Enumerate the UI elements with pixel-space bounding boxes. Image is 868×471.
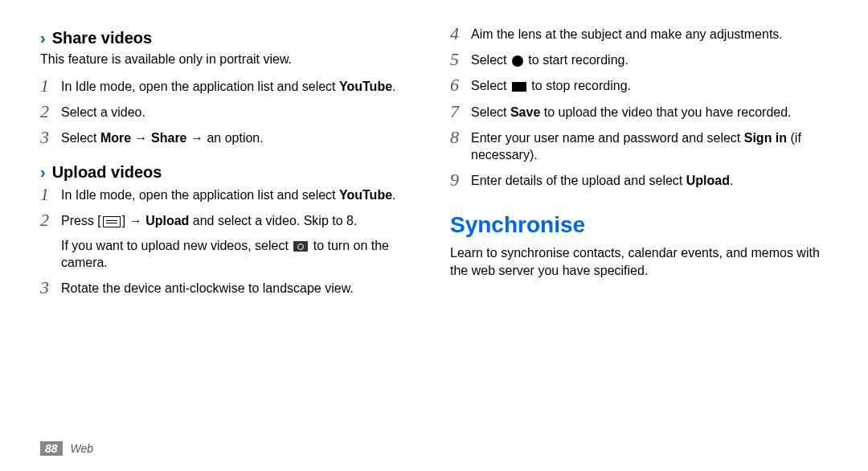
step-text: In Idle mode, open the application list … <box>61 76 418 96</box>
step-text: Select to stop recording. <box>471 76 828 95</box>
chevron-icon: › <box>40 163 46 182</box>
step-number: 2 <box>40 211 61 230</box>
chevron-icon: › <box>40 29 46 47</box>
menu-icon <box>103 216 121 227</box>
step-text: Enter details of the upload and select U… <box>471 170 828 190</box>
synchronise-heading: Synchronise <box>450 212 828 238</box>
step-number: 3 <box>40 278 61 297</box>
step-number: 8 <box>450 128 471 147</box>
step-number: 6 <box>450 76 471 95</box>
step-number: 1 <box>40 185 61 204</box>
page-footer: 88 Web <box>40 442 93 455</box>
page-number: 88 <box>40 441 63 456</box>
step-number: 7 <box>450 102 471 121</box>
right-column: 4 Aim the lens at the subject and make a… <box>450 24 828 304</box>
step-text: Enter your user name and password and se… <box>471 128 828 164</box>
share-step-3: 3 Select More → Share → an option. <box>40 128 418 147</box>
share-step-2: 2 Select a video. <box>40 102 418 121</box>
upload-step-8: 8 Enter your user name and password and … <box>450 128 828 164</box>
stop-icon <box>512 82 526 92</box>
synchronise-intro: Learn to synchronise contacts, calendar … <box>450 244 828 279</box>
camera-icon <box>293 241 308 252</box>
step-number: 9 <box>450 170 471 190</box>
upload-videos-heading: › Upload videos <box>40 163 418 182</box>
upload-step-9: 9 Enter details of the upload and select… <box>450 170 828 190</box>
share-videos-title: Share videos <box>52 29 153 47</box>
footer-label: Web <box>70 442 93 455</box>
step-text: Select Save to upload the video that you… <box>471 102 828 121</box>
step-text: Select More → Share → an option. <box>61 128 418 147</box>
upload-step-4: 4 Aim the lens at the subject and make a… <box>450 24 828 43</box>
upload-step-2-sub: If you want to upload new videos, select… <box>61 237 418 272</box>
upload-step-5: 5 Select to start recording. <box>450 50 828 69</box>
step-text: Aim the lens at the subject and make any… <box>471 24 828 43</box>
share-step-1: 1 In Idle mode, open the application lis… <box>40 76 418 96</box>
step-text: Rotate the device anti-clockwise to land… <box>61 278 418 297</box>
step-number: 1 <box>40 76 61 96</box>
step-number: 3 <box>40 128 61 147</box>
step-text: Press [] → Upload and select a video. Sk… <box>61 211 418 230</box>
share-videos-heading: › Share videos <box>40 29 418 47</box>
step-text: Select to start recording. <box>471 50 828 69</box>
record-icon <box>512 55 523 67</box>
upload-step-3: 3 Rotate the device anti-clockwise to la… <box>40 278 418 297</box>
upload-step-6: 6 Select to stop recording. <box>450 76 828 95</box>
left-column: › Share videos This feature is available… <box>40 24 418 304</box>
upload-step-1: 1 In Idle mode, open the application lis… <box>40 185 418 204</box>
step-number: 5 <box>450 50 471 69</box>
share-intro: This feature is available only in portra… <box>40 51 418 68</box>
upload-videos-title: Upload videos <box>52 163 162 182</box>
step-text: Select a video. <box>61 102 418 121</box>
step-number: 2 <box>40 102 61 121</box>
upload-step-7: 7 Select Save to upload the video that y… <box>450 102 828 121</box>
step-number: 4 <box>450 24 471 43</box>
upload-step-2: 2 Press [] → Upload and select a video. … <box>40 211 418 230</box>
step-text: In Idle mode, open the application list … <box>61 185 418 204</box>
